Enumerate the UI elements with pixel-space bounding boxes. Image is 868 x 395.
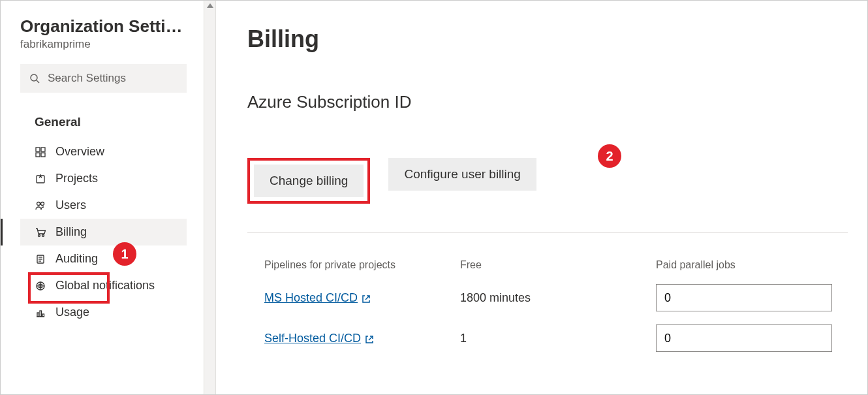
section-general-header: General bbox=[35, 115, 187, 129]
usage-icon bbox=[35, 307, 46, 319]
sidebar-item-label: Users bbox=[55, 198, 86, 212]
main-content: Billing Azure Subscription ID Change bil… bbox=[216, 1, 867, 394]
table-header-row: Pipelines for private projects Free Paid… bbox=[247, 253, 848, 277]
external-link-icon bbox=[362, 293, 371, 302]
svg-point-0 bbox=[31, 74, 37, 81]
col-header-paid: Paid parallel jobs bbox=[656, 259, 848, 271]
notifications-icon bbox=[35, 280, 46, 292]
svg-point-8 bbox=[37, 202, 40, 205]
sidebar-item-label: Usage bbox=[55, 306, 89, 319]
sidebar-item-global-notifications[interactable]: Global notifications bbox=[20, 272, 187, 299]
nav-list: Overview Projects Users bbox=[20, 138, 187, 326]
page-title: Billing bbox=[247, 25, 848, 53]
sidebar-item-label: Overview bbox=[55, 145, 104, 159]
billing-button-row: Change billing Configure user billing bbox=[247, 158, 848, 204]
free-value: 1800 minutes bbox=[460, 291, 656, 305]
org-settings-title: Organization Settin… bbox=[20, 16, 187, 37]
org-name: fabrikamprime bbox=[20, 38, 187, 51]
svg-rect-19 bbox=[40, 311, 42, 317]
svg-rect-18 bbox=[37, 313, 39, 317]
table-row: Self-Hosted CI/CD 1 bbox=[247, 318, 848, 358]
sidebar-scrollbar[interactable] bbox=[204, 1, 215, 394]
auditing-icon bbox=[35, 253, 46, 265]
col-header-pipelines: Pipelines for private projects bbox=[264, 259, 460, 271]
users-icon bbox=[35, 200, 46, 212]
ms-hosted-cicd-link[interactable]: MS Hosted CI/CD bbox=[264, 291, 371, 305]
svg-point-10 bbox=[39, 234, 40, 236]
svg-line-21 bbox=[365, 296, 369, 300]
svg-rect-2 bbox=[36, 148, 40, 151]
sidebar-item-label: Billing bbox=[55, 225, 87, 239]
sidebar-item-billing[interactable]: Billing bbox=[20, 219, 187, 245]
self-hosted-cicd-link[interactable]: Self-Hosted CI/CD bbox=[264, 332, 374, 345]
external-link-icon bbox=[365, 334, 374, 343]
svg-rect-4 bbox=[36, 153, 40, 157]
sidebar-item-label: Global notifications bbox=[55, 279, 155, 292]
pipelines-table: Pipelines for private projects Free Paid… bbox=[247, 253, 848, 358]
svg-rect-3 bbox=[41, 148, 45, 151]
overview-icon bbox=[35, 146, 46, 158]
paid-jobs-input-self-hosted[interactable] bbox=[656, 324, 832, 352]
sidebar: Organization Settin… fabrikamprime Gener… bbox=[1, 1, 216, 394]
sidebar-item-projects[interactable]: Projects bbox=[20, 165, 187, 192]
annotation-box-change-billing: Change billing bbox=[247, 158, 370, 204]
section-divider bbox=[247, 232, 848, 233]
sidebar-item-label: Projects bbox=[55, 172, 98, 185]
svg-rect-20 bbox=[42, 314, 44, 317]
svg-point-9 bbox=[41, 202, 44, 205]
paid-jobs-input-ms-hosted[interactable] bbox=[656, 284, 832, 311]
search-settings-input[interactable] bbox=[48, 72, 186, 85]
sidebar-item-label: Auditing bbox=[55, 252, 98, 266]
svg-point-11 bbox=[42, 234, 44, 236]
table-row: MS Hosted CI/CD 1800 minutes bbox=[247, 277, 848, 318]
scroll-up-icon bbox=[207, 3, 213, 8]
billing-icon bbox=[35, 227, 46, 238]
change-billing-button[interactable]: Change billing bbox=[254, 165, 364, 197]
search-icon bbox=[29, 72, 40, 84]
svg-line-1 bbox=[37, 80, 39, 83]
svg-line-22 bbox=[369, 336, 373, 340]
sidebar-item-overview[interactable]: Overview bbox=[20, 138, 187, 165]
free-value: 1 bbox=[460, 332, 656, 345]
search-settings-box[interactable] bbox=[20, 64, 187, 93]
projects-icon bbox=[35, 173, 46, 185]
sidebar-item-usage[interactable]: Usage bbox=[20, 299, 187, 326]
col-header-free: Free bbox=[460, 259, 656, 271]
sidebar-item-auditing[interactable]: Auditing bbox=[20, 245, 187, 272]
sidebar-item-users[interactable]: Users bbox=[20, 192, 187, 219]
pipeline-name: MS Hosted CI/CD bbox=[264, 291, 358, 305]
svg-rect-5 bbox=[41, 153, 45, 157]
subscription-heading: Azure Subscription ID bbox=[247, 92, 848, 112]
configure-user-billing-button[interactable]: Configure user billing bbox=[388, 158, 536, 191]
pipeline-name: Self-Hosted CI/CD bbox=[264, 332, 361, 345]
